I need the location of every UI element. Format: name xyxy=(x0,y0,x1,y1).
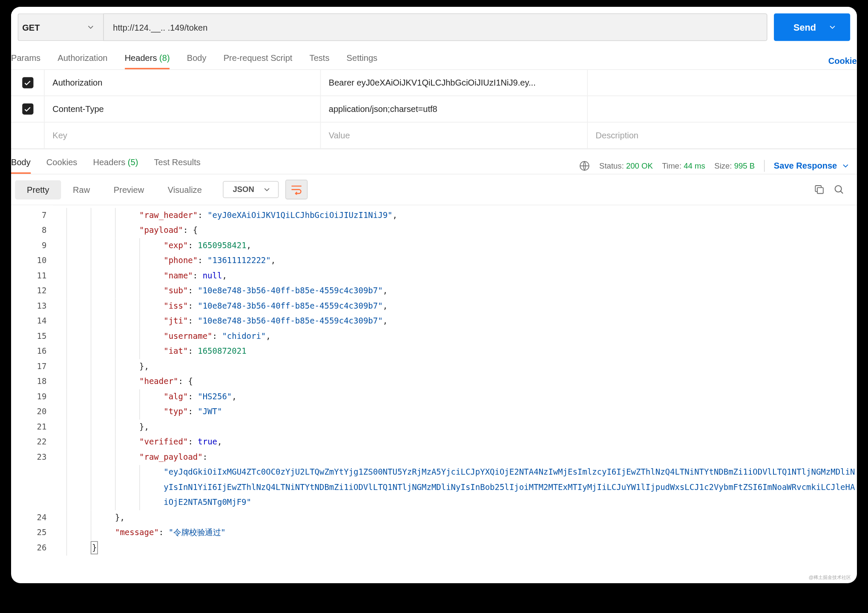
chevron-down-icon xyxy=(86,23,95,32)
search-button[interactable] xyxy=(829,180,849,199)
http-method-value: GET xyxy=(22,22,40,32)
send-button[interactable]: Send xyxy=(774,13,850,41)
code-lines[interactable]: "raw_header": "eyJ0eXAiOiJKV1QiLCJhbGciO… xyxy=(53,205,857,558)
tab-body[interactable]: Body xyxy=(187,53,207,69)
tab-params[interactable]: Params xyxy=(11,53,40,69)
save-response-label: Save Response xyxy=(774,160,837,170)
response-tab-headers[interactable]: Headers (5) xyxy=(93,158,138,174)
response-tab-cookies[interactable]: Cookies xyxy=(46,158,78,174)
header-desc[interactable] xyxy=(587,70,857,95)
response-tab-body[interactable]: Body xyxy=(11,158,31,174)
tab-settings[interactable]: Settings xyxy=(347,53,378,69)
tab-headers-count: (8) xyxy=(159,53,170,63)
headers-table: Authorization Bearer eyJ0eXAiOiJKV1QiLCJ… xyxy=(11,69,857,149)
response-meta: Status: 200 OK Time: 44 ms Size: 995 B S… xyxy=(578,160,850,172)
chevron-down-icon xyxy=(841,161,851,170)
header-desc[interactable] xyxy=(587,96,857,122)
response-tab-headers-label: Headers xyxy=(93,158,125,167)
table-row-placeholder: Key Value Description xyxy=(11,123,857,149)
cookies-link[interactable]: Cookie xyxy=(828,56,857,66)
wrap-icon xyxy=(290,184,302,195)
url-input[interactable]: http://124.__.. .149/token xyxy=(103,13,767,41)
response-body[interactable]: 7891011121314151617181920212223242526 "r… xyxy=(11,205,857,559)
tab-authorization[interactable]: Authorization xyxy=(57,53,107,69)
globe-icon[interactable] xyxy=(578,160,590,172)
fmt-visualize[interactable]: Visualize xyxy=(156,180,214,199)
header-key-placeholder[interactable]: Key xyxy=(44,123,320,148)
save-response-button[interactable]: Save Response xyxy=(774,160,850,170)
tab-tests[interactable]: Tests xyxy=(310,53,330,69)
tab-headers[interactable]: Headers (8) xyxy=(125,53,170,69)
status-value: 200 OK xyxy=(626,161,653,170)
line-gutter: 7891011121314151617181920212223242526 xyxy=(11,205,53,558)
fmt-pretty[interactable]: Pretty xyxy=(15,180,61,199)
header-value[interactable]: application/json;charset=utf8 xyxy=(320,96,587,122)
tab-headers-label: Headers xyxy=(125,53,157,63)
header-value-placeholder[interactable]: Value xyxy=(320,123,587,148)
header-value[interactable]: Bearer eyJ0eXAiOiJKV1QiLCJhbGciOiJIUzI1N… xyxy=(320,70,587,95)
checkbox-icon[interactable] xyxy=(22,103,33,115)
format-type-value: JSON xyxy=(233,185,254,194)
time-value: 44 ms xyxy=(684,161,705,170)
status-label: Status: xyxy=(599,161,624,170)
response-tab-test-results[interactable]: Test Results xyxy=(154,158,200,174)
fmt-raw[interactable]: Raw xyxy=(61,180,102,199)
send-button-label: Send xyxy=(793,22,816,33)
svg-point-3 xyxy=(835,186,842,192)
svg-rect-2 xyxy=(817,188,823,194)
search-icon xyxy=(833,183,845,195)
response-tab-headers-count: (5) xyxy=(128,158,138,167)
watermark: @稀土掘金技术社区 xyxy=(809,574,851,581)
svg-line-4 xyxy=(841,191,843,194)
copy-icon xyxy=(813,183,825,195)
size-label: Size: xyxy=(714,161,732,170)
table-row: Authorization Bearer eyJ0eXAiOiJKV1QiLCJ… xyxy=(11,70,857,96)
header-key[interactable]: Content-Type xyxy=(44,96,320,122)
header-desc-placeholder[interactable]: Description xyxy=(587,123,857,148)
time-label: Time: xyxy=(662,161,681,170)
chevron-down-icon[interactable] xyxy=(828,23,837,32)
http-method-select[interactable]: GET xyxy=(17,13,103,41)
copy-button[interactable] xyxy=(809,180,829,199)
table-row: Content-Type application/json;charset=ut… xyxy=(11,96,857,123)
url-value: http://124.__.. .149/token xyxy=(113,22,207,32)
chevron-down-icon xyxy=(262,185,271,194)
format-type-select[interactable]: JSON xyxy=(223,181,279,198)
tab-prerequest[interactable]: Pre-request Script xyxy=(224,53,293,69)
header-key[interactable]: Authorization xyxy=(44,70,320,95)
checkbox-icon[interactable] xyxy=(22,77,33,88)
wrap-lines-button[interactable] xyxy=(285,180,307,199)
size-value: 995 B xyxy=(734,161,755,170)
fmt-preview[interactable]: Preview xyxy=(102,180,156,199)
